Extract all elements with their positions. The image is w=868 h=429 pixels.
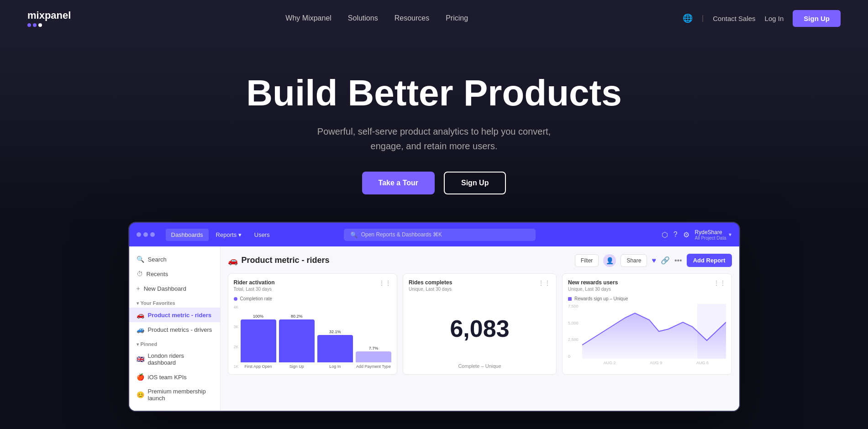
- topbar-user: RydeShare All Project Data ▾: [695, 229, 732, 241]
- sidebar-search[interactable]: 🔍 Search: [129, 252, 220, 267]
- topbar-dashboards-link[interactable]: Dashboards: [166, 229, 209, 241]
- heart-icon[interactable]: ♥: [652, 256, 656, 265]
- hero-subtitle: Powerful, self-serve product analytics t…: [306, 124, 562, 153]
- chart-subtitle: Unique, Last 30 days: [568, 287, 618, 292]
- nav-resources[interactable]: Resources: [395, 14, 429, 22]
- chart-subtitle: Unique, Last 30 days: [409, 287, 452, 292]
- funnel-bar-3: 32.1% Log In: [317, 314, 353, 369]
- topbar-user-sub: All Project Data: [695, 235, 726, 241]
- hero-signup-button[interactable]: Sign Up: [444, 172, 506, 194]
- sidebar-recents[interactable]: ⏱ Recents: [129, 267, 220, 281]
- sidebar-item-london[interactable]: 🇬🇧 London riders dashboard: [129, 349, 220, 370]
- globe-icon[interactable]: 🌐: [683, 13, 693, 23]
- topbar-settings-icon[interactable]: ⚙: [683, 230, 689, 239]
- x-label-3: AUG 6: [696, 361, 709, 365]
- hero-section: Build Better Products Powerful, self-ser…: [0, 37, 868, 222]
- chart-more-icon[interactable]: ⋮⋮: [538, 279, 551, 287]
- nav-log-in[interactable]: Log In: [765, 15, 784, 22]
- funnel-legend: Completion rate: [234, 296, 392, 301]
- sidebar-item-product-drivers[interactable]: 🚙 Product metrics - drivers: [129, 322, 220, 337]
- nav-solutions[interactable]: Solutions: [348, 14, 378, 22]
- dashboard-title-text: Product metric - riders: [242, 256, 330, 265]
- chart-more-icon[interactable]: ⋮⋮: [379, 279, 391, 287]
- topbar-search-bar[interactable]: 🔍 Open Reports & Dashboards ⌘K: [344, 229, 536, 241]
- main-header: 🚗 Product metric - riders Filter 👤 Share…: [228, 254, 732, 267]
- sidebar-new-dashboard-label: New Dashboard: [144, 285, 186, 292]
- chart-title: Rider activation: [234, 279, 275, 286]
- car-emoji: 🚗: [137, 311, 144, 319]
- share-button[interactable]: Share: [621, 254, 647, 267]
- sidebar-recents-label: Recents: [147, 271, 168, 277]
- hero-buttons: Take a Tour Sign Up: [9, 172, 859, 194]
- big-number-label: Complete – Unique: [409, 363, 551, 369]
- nav-right: 🌐 | Contact Sales Log In Sign Up: [683, 10, 841, 27]
- legend-label: Rewards sign up – Unique: [574, 296, 628, 301]
- line-chart-svg: [582, 304, 726, 359]
- take-tour-button[interactable]: Take a Tour: [362, 172, 435, 194]
- main-nav: mixpanel Why Mixpanel Solutions Resource…: [0, 0, 868, 37]
- nav-signup-button[interactable]: Sign Up: [793, 10, 841, 27]
- topbar-nav: Dashboards Reports ▾ Users: [166, 229, 275, 241]
- sidebar-item-drivers-label: Product metrics - drivers: [148, 326, 212, 333]
- chart-title: New rewards users: [568, 279, 618, 286]
- topbar-user-chevron[interactable]: ▾: [729, 231, 731, 238]
- nav-why-mixpanel[interactable]: Why Mixpanel: [285, 14, 331, 22]
- x-label-2: AUG 9: [650, 361, 662, 365]
- logo-text: mixpanel: [27, 10, 71, 21]
- chart-more-icon[interactable]: ⋮⋮: [713, 279, 726, 287]
- link-icon[interactable]: 🔗: [661, 256, 670, 265]
- sidebar-ios-label: iOS team KPIs: [148, 374, 187, 381]
- nav-contact-sales[interactable]: Contact Sales: [713, 15, 755, 22]
- funnel-bar-4: 7.7% Add Payment Type: [356, 314, 391, 369]
- chart-header: New rewards users Unique, Last 30 days ⋮…: [568, 279, 726, 296]
- chart-title: Rides completes: [409, 279, 452, 286]
- legend-dot: [234, 297, 237, 301]
- legend-label: Completion rate: [240, 296, 273, 301]
- dashboard-body: 🔍 Search ⏱ Recents + New Dashboard ▾ You…: [129, 246, 739, 411]
- title-emoji: 🚗: [228, 256, 238, 266]
- rider-activation-chart: Rider activation Total, Last 30 days ⋮⋮ …: [228, 273, 398, 375]
- more-icon[interactable]: •••: [674, 256, 682, 265]
- search-placeholder-text: Open Reports & Dashboards ⌘K: [361, 231, 442, 238]
- topbar-reports-link[interactable]: Reports ▾: [210, 229, 247, 241]
- search-icon: 🔍: [350, 231, 358, 238]
- topbar-copy-icon[interactable]: ⬡: [662, 230, 668, 239]
- sidebar-item-riders-label: Product metric - riders: [148, 312, 211, 319]
- topbar-users-link[interactable]: Users: [249, 229, 275, 241]
- charts-row: Rider activation Total, Last 30 days ⋮⋮ …: [228, 273, 732, 375]
- sidebar-premium-label: Premium membership launch: [148, 388, 213, 402]
- chart-header: Rides completes Unique, Last 30 days ⋮⋮: [409, 279, 551, 296]
- big-number-value: 6,083: [409, 317, 551, 340]
- sidebar-item-premium[interactable]: 😊 Premium membership launch: [129, 384, 220, 405]
- dashboard-main: 🚗 Product metric - riders Filter 👤 Share…: [221, 246, 739, 411]
- add-icon: +: [137, 285, 140, 292]
- chart-subtitle: Total, Last 30 days: [234, 287, 275, 292]
- logo-dots: [27, 23, 71, 27]
- funnel-bar-2: 80.2% Sign Up: [279, 314, 315, 369]
- dashboard-sidebar: 🔍 Search ⏱ Recents + New Dashboard ▾ You…: [129, 246, 221, 411]
- nav-pricing[interactable]: Pricing: [446, 14, 468, 22]
- chart-header: Rider activation Total, Last 30 days ⋮⋮: [234, 279, 392, 296]
- x-label-1: AUG 2: [603, 361, 615, 365]
- hero-title: Build Better Products: [9, 73, 859, 113]
- chevron-icon: ▾: [137, 342, 139, 347]
- topbar-dots: [137, 232, 155, 237]
- topbar-right-icons: ⬡ ? ⚙ RydeShare All Project Data ▾: [662, 229, 732, 241]
- dashboard-preview: Dashboards Reports ▾ Users 🔍 Open Report…: [128, 222, 740, 412]
- new-rewards-chart: New rewards users Unique, Last 30 days ⋮…: [562, 273, 732, 375]
- rides-completes-chart: Rides completes Unique, Last 30 days ⋮⋮ …: [403, 273, 557, 375]
- filter-button[interactable]: Filter: [575, 254, 599, 267]
- dashboard-title: 🚗 Product metric - riders: [228, 256, 330, 266]
- sidebar-item-product-riders[interactable]: 🚗 Product metric - riders: [129, 308, 220, 322]
- sidebar-search-label: Search: [148, 256, 167, 263]
- funnel-bar-1: 100% First App Open: [241, 314, 276, 369]
- logo[interactable]: mixpanel: [27, 10, 71, 27]
- topbar-help-icon[interactable]: ?: [673, 230, 678, 239]
- sidebar-item-ios[interactable]: 🍎 iOS team KPIs: [129, 370, 220, 384]
- dashboard-topbar: Dashboards Reports ▾ Users 🔍 Open Report…: [129, 223, 739, 246]
- search-icon: 🔍: [137, 256, 144, 263]
- funnel-area: 100% First App Open 80.2% Sign Up: [241, 305, 392, 369]
- sidebar-new-dashboard[interactable]: + New Dashboard: [129, 281, 220, 296]
- add-report-button[interactable]: Add Report: [687, 254, 732, 267]
- recents-icon: ⏱: [137, 270, 143, 277]
